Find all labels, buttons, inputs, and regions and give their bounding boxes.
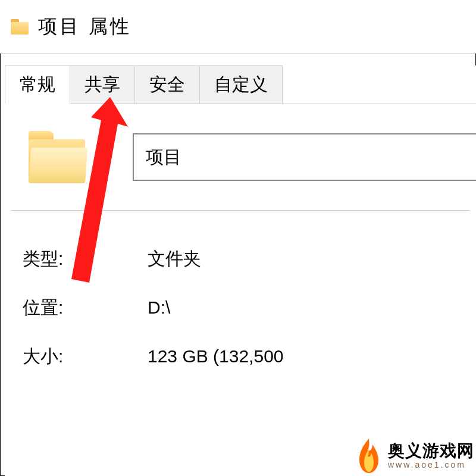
properties-list: 类型: 文件夹 位置: D:\ 大小: 123 GB (132,500 bbox=[5, 211, 476, 381]
dialog-content: 常规 共享 安全 自定义 项目 bbox=[5, 65, 476, 476]
folder-icon bbox=[29, 131, 85, 183]
watermark-url: www.aoe1.com bbox=[388, 461, 474, 469]
tab-strip: 常规 共享 安全 自定义 bbox=[5, 65, 476, 104]
tab-sharing[interactable]: 共享 bbox=[70, 65, 135, 104]
tab-label: 常规 bbox=[20, 73, 55, 97]
property-label: 位置: bbox=[23, 296, 148, 320]
property-value: D:\ bbox=[148, 298, 476, 318]
watermark: 奥义游戏网 www.aoe1.com bbox=[355, 437, 474, 474]
folder-icon bbox=[11, 19, 29, 35]
tab-label: 安全 bbox=[149, 73, 185, 97]
titlebar: 项目 属性 bbox=[0, 0, 476, 54]
folder-name-value: 项目 bbox=[146, 145, 181, 170]
window-title: 项目 属性 bbox=[38, 14, 131, 40]
tab-general[interactable]: 常规 bbox=[5, 65, 70, 104]
tab-label: 自定义 bbox=[214, 73, 268, 97]
property-size-row: 大小: 123 GB (132,500 bbox=[23, 332, 476, 381]
tab-label: 共享 bbox=[84, 73, 120, 97]
name-row: 项目 bbox=[5, 131, 476, 183]
property-location-row: 位置: D:\ bbox=[23, 283, 476, 332]
watermark-name: 奥义游戏网 bbox=[388, 442, 474, 461]
property-value: 文件夹 bbox=[148, 247, 476, 271]
property-type-row: 类型: 文件夹 bbox=[23, 234, 476, 283]
flame-icon bbox=[355, 437, 383, 474]
property-value: 123 GB (132,500 bbox=[148, 346, 476, 367]
tab-security[interactable]: 安全 bbox=[134, 65, 200, 104]
property-label: 类型: bbox=[23, 247, 148, 271]
property-label: 大小: bbox=[23, 345, 148, 369]
tab-customize[interactable]: 自定义 bbox=[199, 65, 283, 104]
folder-name-input[interactable]: 项目 bbox=[133, 133, 476, 181]
tab-panel-general: 项目 类型: 文件夹 位置: D:\ 大小: 123 GB (132,500 bbox=[5, 104, 476, 381]
